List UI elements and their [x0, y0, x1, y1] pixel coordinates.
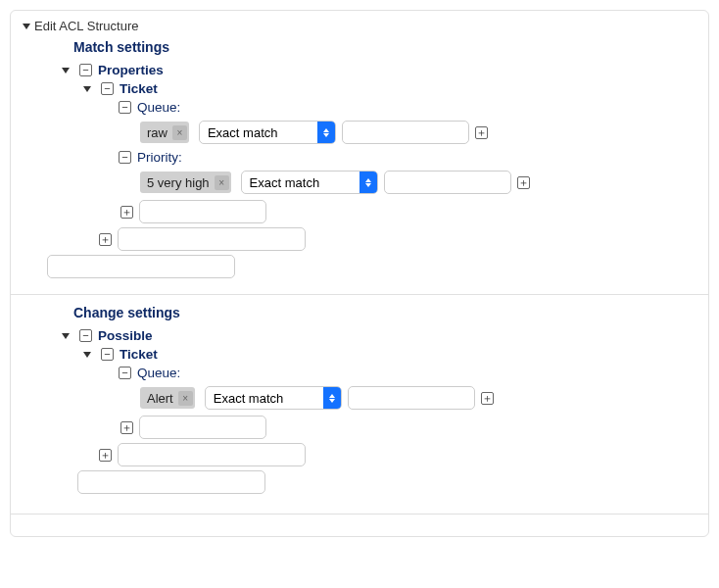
- queue-value-row: raw × Exact match ＋: [140, 121, 696, 144]
- minus-icon[interactable]: −: [101, 82, 114, 95]
- remove-tag-icon[interactable]: ×: [172, 125, 187, 140]
- expand-icon: [62, 333, 70, 339]
- priority-value-input[interactable]: [384, 171, 511, 194]
- minus-icon[interactable]: −: [79, 64, 92, 76]
- add-field-row: ＋: [120, 200, 696, 223]
- match-settings-title: Match settings: [73, 39, 696, 55]
- divider: [11, 514, 708, 514]
- plus-icon[interactable]: ＋: [517, 176, 530, 189]
- queue-value-input[interactable]: [342, 121, 469, 144]
- select-arrows-icon: [317, 122, 335, 143]
- remove-tag-icon[interactable]: ×: [178, 391, 193, 406]
- priority-tag: 5 very high ×: [140, 172, 231, 193]
- queue-tag: raw ×: [140, 122, 189, 143]
- expand-icon: [83, 86, 91, 92]
- priority-value-row: 5 very high × Exact match ＋: [140, 171, 696, 194]
- add-group-row: ＋: [99, 227, 696, 251]
- queue-field-row: − Queue:: [119, 100, 696, 115]
- new-field-input[interactable]: [139, 200, 266, 223]
- properties-label: Properties: [98, 63, 164, 77]
- priority-field-row: − Priority:: [119, 150, 696, 165]
- expand-icon: [83, 352, 91, 358]
- new-section-input[interactable]: [47, 255, 235, 278]
- panel-title: Edit ACL Structure: [34, 19, 138, 33]
- acl-structure-panel: Edit ACL Structure Match settings − Prop…: [10, 10, 709, 537]
- ticket-node-change[interactable]: − Ticket: [83, 347, 696, 362]
- minus-icon[interactable]: −: [79, 329, 92, 342]
- queue-field-row-change: − Queue:: [119, 366, 696, 380]
- match-type-select[interactable]: Exact match: [199, 121, 336, 144]
- new-section-input-change[interactable]: [77, 470, 265, 494]
- add-group-row-change: ＋: [99, 443, 696, 466]
- plus-icon[interactable]: ＋: [481, 392, 494, 405]
- ticket-node-match[interactable]: − Ticket: [83, 81, 696, 96]
- select-arrows-icon: [323, 387, 341, 409]
- plus-icon[interactable]: ＋: [475, 126, 488, 139]
- match-type-select[interactable]: Exact match: [205, 386, 342, 410]
- add-section-row: [47, 255, 696, 278]
- possible-label: Possible: [98, 328, 153, 343]
- new-group-input[interactable]: [118, 227, 306, 251]
- plus-icon[interactable]: ＋: [120, 421, 133, 434]
- add-field-row-change: ＋: [120, 416, 696, 439]
- new-field-input-change[interactable]: [139, 416, 266, 439]
- minus-icon[interactable]: −: [101, 348, 114, 361]
- possible-node[interactable]: − Possible: [62, 328, 696, 343]
- minus-icon[interactable]: −: [119, 367, 131, 379]
- remove-tag-icon[interactable]: ×: [215, 175, 229, 190]
- panel-header[interactable]: Edit ACL Structure: [23, 19, 696, 33]
- ticket-label: Ticket: [120, 81, 158, 96]
- queue-label: Queue:: [137, 100, 180, 115]
- add-section-row-change: [77, 470, 696, 494]
- properties-node[interactable]: − Properties: [62, 63, 696, 77]
- collapse-icon: [23, 24, 30, 29]
- queue-value-input-change[interactable]: [348, 386, 475, 410]
- divider: [11, 294, 708, 295]
- ticket-label-change: Ticket: [120, 347, 158, 362]
- queue-value-row-change: Alert × Exact match ＋: [140, 386, 696, 410]
- select-arrows-icon: [360, 172, 377, 193]
- minus-icon[interactable]: −: [119, 101, 131, 114]
- queue-tag-change: Alert ×: [140, 387, 195, 409]
- change-settings-title: Change settings: [73, 305, 696, 320]
- plus-icon[interactable]: ＋: [120, 206, 133, 219]
- queue-label-change: Queue:: [137, 366, 180, 380]
- priority-label: Priority:: [137, 150, 182, 165]
- plus-icon[interactable]: ＋: [99, 233, 112, 246]
- new-group-input-change[interactable]: [118, 443, 306, 466]
- expand-icon: [62, 68, 70, 74]
- plus-icon[interactable]: ＋: [99, 449, 112, 462]
- match-type-select[interactable]: Exact match: [241, 171, 378, 194]
- minus-icon[interactable]: −: [119, 151, 131, 164]
